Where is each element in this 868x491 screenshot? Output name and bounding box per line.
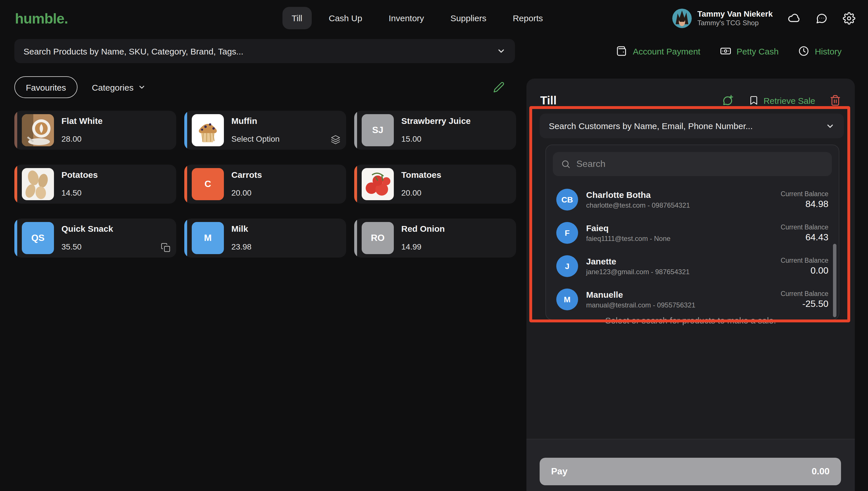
tile-initials: M <box>204 233 212 243</box>
initials-tile: RO <box>362 222 394 254</box>
customer-name: Faieq <box>586 223 671 233</box>
edit-favourites-button[interactable] <box>493 82 505 93</box>
filter-row: Favourites Categories <box>15 76 515 98</box>
accent-strip <box>184 111 187 150</box>
scrollbar-thumb[interactable] <box>833 244 836 317</box>
customer-select[interactable]: Search Customers by Name, Email, Phone N… <box>540 114 844 138</box>
petty-cash-button[interactable]: Petty Cash <box>720 45 779 57</box>
initials-tile: C <box>192 168 224 200</box>
tab-cash-up[interactable]: Cash Up <box>320 7 372 29</box>
tab-inventory[interactable]: Inventory <box>379 7 433 29</box>
list-item-manuelle[interactable]: M Manuelle manual@testrail.com - 0955756… <box>546 283 839 316</box>
avatar: F <box>556 222 578 244</box>
flat-white-image <box>22 114 54 146</box>
product-card-tomatoes[interactable]: Tomatoes 20.00 <box>354 165 516 204</box>
product-name: Tomatoes <box>401 170 441 179</box>
balance-label: Current Balance <box>781 190 829 197</box>
accent-strip <box>354 219 357 258</box>
accent-strip <box>354 111 357 150</box>
categories-dropdown[interactable]: Categories <box>92 82 145 92</box>
accent-strip <box>184 165 187 204</box>
tab-till[interactable]: Till <box>282 7 311 29</box>
product-name: Strawberry Juice <box>401 116 471 126</box>
product-search-input[interactable]: Search Products by Name, SKU, Category, … <box>15 39 515 63</box>
pay-amount: 0.00 <box>812 466 830 476</box>
avatar: CB <box>556 189 578 210</box>
customer-name: Janette <box>586 256 690 266</box>
pay-button[interactable]: Pay 0.00 <box>540 458 841 485</box>
clock-icon <box>798 45 810 57</box>
product-card-quick-snack[interactable]: QS Quick Snack 35.50 <box>15 219 176 258</box>
humble-logo: humble. <box>15 10 68 27</box>
copy-icon <box>161 242 170 252</box>
petty-cash-label: Petty Cash <box>736 46 779 56</box>
product-card-carrots[interactable]: C Carrots 20.00 <box>184 165 346 204</box>
customer-list: CB Charlotte Botha charlotte@test.com - … <box>546 183 839 319</box>
accent-strip <box>15 219 17 258</box>
initials-tile: QS <box>22 222 54 254</box>
pos-app: humble. Till Cash Up Inventory Suppliers… <box>0 0 868 491</box>
till-header: Till Retrieve Sale <box>540 92 841 108</box>
gear-icon[interactable] <box>843 12 856 25</box>
product-card-milk[interactable]: M Milk 23.98 <box>184 219 346 258</box>
cloud-icon[interactable] <box>788 12 800 25</box>
product-price: 20.00 <box>401 188 441 197</box>
customer-search-field[interactable] <box>553 152 832 176</box>
customer-search-input[interactable] <box>576 159 824 169</box>
tab-reports[interactable]: Reports <box>504 7 552 29</box>
avatar: M <box>556 289 578 310</box>
user-name: Tammy Van Niekerk <box>697 9 773 19</box>
balance-value: 0.00 <box>781 265 829 276</box>
product-card-flat-white[interactable]: Flat White 28.00 <box>15 111 176 150</box>
add-note-icon[interactable] <box>722 94 734 107</box>
history-label: History <box>815 46 842 56</box>
list-item-janette[interactable]: J Janette jane123@gmail.com - 987654321 … <box>546 250 839 283</box>
customer-select-placeholder: Search Customers by Name, Email, Phone N… <box>549 121 825 131</box>
tile-initials: C <box>205 179 211 189</box>
product-name: Quick Snack <box>61 224 113 233</box>
product-search-placeholder: Search Products by Name, SKU, Category, … <box>24 46 496 56</box>
account-payment-label: Account Payment <box>633 46 700 56</box>
product-select-option: Select Option <box>232 134 279 143</box>
user-menu[interactable]: Tammy Van Niekerk Tammy's TCG Shop <box>672 9 773 28</box>
list-item-charlotte[interactable]: CB Charlotte Botha charlotte@test.com - … <box>546 183 839 216</box>
potatoes-image <box>22 168 54 200</box>
product-price: 20.00 <box>232 188 262 197</box>
product-grid: Flat White 28.00 Muffin Select Option <box>15 111 516 258</box>
initials-tile: SJ <box>362 114 394 146</box>
tile-initials: RO <box>371 233 385 243</box>
chat-icon[interactable] <box>815 12 828 25</box>
product-card-muffin[interactable]: Muffin Select Option <box>184 111 346 150</box>
quick-actions: Account Payment Petty Cash History <box>616 39 842 63</box>
list-item-faieq[interactable]: F Faieq faieq1111@test.com - None Curren… <box>546 216 839 250</box>
till-panel: Till Retrieve Sale Search Customers by N… <box>526 79 855 491</box>
product-card-potatoes[interactable]: Potatoes 14.50 <box>15 165 176 204</box>
tile-initials: QS <box>31 233 45 243</box>
header-right: Tammy Van Niekerk Tammy's TCG Shop <box>672 0 856 37</box>
product-name: Muffin <box>232 116 279 126</box>
product-card-red-onion[interactable]: RO Red Onion 14.99 <box>354 219 516 258</box>
product-card-strawberry-juice[interactable]: SJ Strawberry Juice 15.00 <box>354 111 516 150</box>
favourites-button[interactable]: Favourites <box>15 76 78 98</box>
product-price: 23.98 <box>232 242 251 251</box>
pay-label: Pay <box>551 466 567 476</box>
product-name: Milk <box>232 224 251 233</box>
empty-till-message: Select or search for products to make a … <box>526 316 855 325</box>
product-name: Red Onion <box>401 224 445 233</box>
main-nav: Till Cash Up Inventory Suppliers Reports <box>282 7 552 29</box>
trash-icon[interactable] <box>830 95 841 106</box>
app-header: humble. Till Cash Up Inventory Suppliers… <box>0 0 868 37</box>
product-name: Carrots <box>232 170 262 179</box>
history-button[interactable]: History <box>798 45 842 57</box>
retrieve-sale-button[interactable]: Retrieve Sale <box>749 95 815 106</box>
product-name: Potatoes <box>61 170 98 179</box>
account-payment-button[interactable]: Account Payment <box>616 45 700 57</box>
tab-suppliers[interactable]: Suppliers <box>441 7 495 29</box>
muffin-image <box>192 114 224 146</box>
till-title: Till <box>540 94 557 107</box>
product-price: 35.50 <box>61 242 113 251</box>
balance-value: -25.50 <box>781 298 829 309</box>
accent-strip <box>15 165 17 204</box>
pay-footer: Pay 0.00 <box>526 439 855 491</box>
customer-name: Manuelle <box>586 290 696 299</box>
